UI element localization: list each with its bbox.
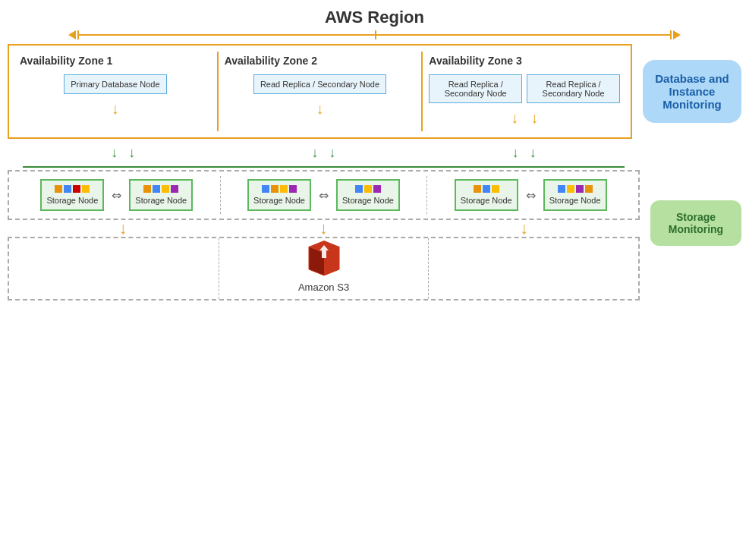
bracket-line-left — [77, 34, 375, 36]
s3-section: Amazon S3 — [8, 237, 640, 300]
storage-node-2: Storage Node — [129, 179, 193, 211]
s3-arrow-col-1: ↓ — [23, 220, 223, 237]
s3-arrow-col-3: ↓ — [424, 220, 625, 237]
storage-node-4-icons — [342, 185, 394, 193]
icon-orange — [55, 185, 62, 193]
primary-db-node: Primary Database Node — [64, 74, 166, 94]
az-zone-2: Availability Zone 2 Read Replica / Secon… — [219, 52, 423, 131]
az3-label: Availability Zone 3 — [429, 55, 620, 67]
storage-az3-group: Storage Node ⇔ Storage Node — [427, 176, 634, 214]
icon-yellow5 — [492, 185, 499, 193]
green-arrow-1: ↓ — [111, 145, 118, 161]
storage-node-3: Storage Node — [247, 179, 311, 211]
az-zone-3: Availability Zone 3 Read Replica / Secon… — [423, 52, 626, 131]
green-h-line — [23, 166, 625, 168]
storage-node-4-label: Storage Node — [342, 196, 394, 205]
green-arrow-3: ↓ — [311, 145, 318, 161]
s3-down-arrow-3: ↓ — [520, 220, 528, 237]
s3-down-arrow-1: ↓ — [119, 220, 127, 237]
storage-node-5: Storage Node — [455, 179, 518, 211]
green-arrow-4: ↓ — [329, 145, 335, 161]
horiz-arrow-1: ⇔ — [112, 188, 121, 203]
green-arrows-container: ↓ ↓ ↓ ↓ ↓ ↓ — [8, 145, 640, 161]
az2-label: Availability Zone 2 — [225, 55, 416, 67]
green-h-connector — [23, 162, 625, 170]
storage-node-2-icons — [135, 185, 187, 193]
az3-nodes: Read Replica / Secondary Node Read Repli… — [429, 74, 620, 103]
az1-nodes: Primary Database Node — [20, 74, 211, 94]
icon-orange6 — [585, 185, 593, 193]
storage-node-2-label: Storage Node — [135, 196, 187, 205]
s3-col-3 — [429, 238, 638, 299]
green-arrow-6: ↓ — [530, 145, 537, 161]
icon-orange5 — [474, 185, 481, 193]
storage-node-1-label: Storage Node — [46, 196, 98, 205]
az2-nodes: Read Replica / Secondary Node — [225, 74, 416, 94]
storage-node-1: Storage Node — [40, 179, 104, 211]
s3-label: Amazon S3 — [298, 282, 349, 293]
top-section: Availability Zone 1 Primary Database Nod… — [8, 44, 741, 139]
az3-arrow1 — [511, 109, 518, 127]
az3-arrow2 — [530, 109, 538, 127]
storage-node-4: Storage Node — [336, 179, 400, 211]
icon-yellow2 — [162, 185, 169, 193]
icon-blue2 — [153, 185, 160, 193]
s3-arrow-col-2: ↓ — [223, 220, 423, 237]
horiz-arrow-2: ⇔ — [319, 188, 329, 203]
icon-purple6 — [576, 185, 584, 193]
s3-col-2: Amazon S3 — [219, 238, 430, 299]
storage-az2-pair: Storage Node ⇔ Storage Node — [247, 179, 400, 211]
aws-region-title: AWS Region — [8, 8, 741, 27]
storage-node-5-label: Storage Node — [461, 196, 512, 205]
az1-green-arrows: ↓ ↓ — [23, 145, 223, 161]
az1-label: Availability Zone 1 — [20, 55, 211, 67]
az3-down-arrows — [429, 103, 620, 127]
icon-yellow6 — [567, 185, 574, 193]
icon-yellow — [82, 185, 90, 193]
storage-node-6: Storage Node — [543, 179, 607, 211]
storage-node-3-icons — [253, 185, 305, 193]
main-container: AWS Region Availability Zone 1 Primary D… — [0, 0, 749, 560]
storage-az2-group: Storage Node ⇔ Storage Node — [221, 176, 428, 214]
icon-blue3 — [262, 185, 269, 193]
bracket-line-right — [375, 34, 672, 36]
storage-az1-pair: Storage Node ⇔ Storage Node — [40, 179, 193, 211]
az1-down-arrow — [20, 100, 211, 118]
storage-az3-pair: Storage Node ⇔ Storage Node — [455, 179, 607, 211]
icon-blue4 — [355, 185, 363, 193]
read-replica-node-az2: Read Replica / Secondary Node — [253, 74, 386, 94]
az2-green-arrows: ↓ ↓ — [223, 145, 423, 161]
bracket-arrow-right-icon — [673, 30, 681, 39]
icon-blue5 — [483, 185, 490, 193]
green-arrow-2: ↓ — [128, 145, 135, 161]
storage-node-6-icons — [549, 185, 601, 193]
icon-blue6 — [558, 185, 565, 193]
storage-node-1-icons — [46, 185, 98, 193]
storage-node-5-icons — [461, 185, 512, 193]
storage-monitoring-box: Storage Monitoring — [650, 200, 741, 246]
storage-nodes-row: Storage Node ⇔ Storage Node — [14, 176, 634, 214]
icon-red — [73, 185, 80, 193]
icon-orange3 — [271, 185, 279, 193]
horiz-arrow-3: ⇔ — [526, 188, 536, 203]
az-zone-1: Availability Zone 1 Primary Database Nod… — [14, 52, 219, 131]
green-arrow-5: ↓ — [512, 145, 519, 161]
icon-yellow3 — [280, 185, 288, 193]
region-box: Availability Zone 1 Primary Database Nod… — [8, 44, 632, 139]
icon-purple4 — [373, 185, 381, 193]
bracket-arrow-left-icon — [68, 30, 76, 39]
storage-az1-group: Storage Node ⇔ Storage Node — [14, 176, 221, 214]
s3-col-1 — [9, 238, 219, 299]
storage-node-3-label: Storage Node — [253, 196, 305, 205]
read-replica-node-az3-2: Read Replica / Secondary Node — [527, 74, 620, 103]
icon-purple3 — [289, 185, 297, 193]
storage-node-6-label: Storage Node — [549, 196, 601, 205]
storage-outer: Storage Node ⇔ Storage Node — [8, 170, 640, 220]
icon-purple2 — [171, 185, 178, 193]
storage-section: ↓ ↓ ↓ ↓ ↓ ↓ — [8, 145, 741, 300]
aws-region-bracket — [8, 30, 741, 39]
az3-green-arrows: ↓ ↓ — [424, 145, 625, 161]
icon-orange2 — [143, 185, 151, 193]
storage-to-s3-arrows: ↓ ↓ ↓ — [8, 220, 640, 237]
read-replica-node-az3-1: Read Replica / Secondary Node — [429, 74, 522, 103]
